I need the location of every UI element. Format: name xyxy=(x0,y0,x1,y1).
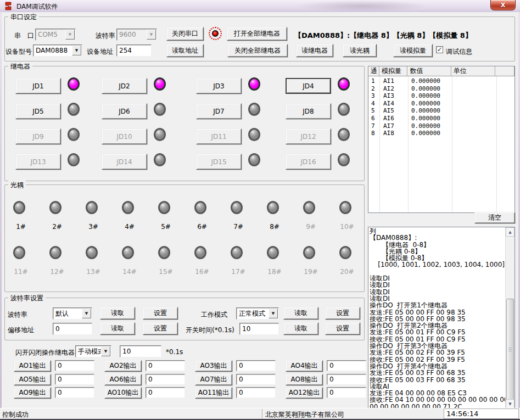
open-all-relays-button[interactable]: 打开全部继电器 xyxy=(227,27,287,41)
read-workmode-button[interactable]: 读取 xyxy=(283,307,318,320)
scroll-up-icon: ▲ xyxy=(508,230,511,234)
close-all-relays-button[interactable]: 关闭全部继电器 xyxy=(227,44,288,57)
relay-led-jd5 xyxy=(68,103,80,116)
ao-output-button-6[interactable]: AO6输出 xyxy=(104,374,142,385)
opto-label-13: 13# xyxy=(80,268,107,276)
ao-value-input-9[interactable]: 0 xyxy=(55,387,94,398)
debug-info-checkbox[interactable]: ✓ xyxy=(436,46,443,53)
ao-output-button-4[interactable]: AO4输出 xyxy=(286,360,323,372)
opto-label-6: 6# xyxy=(188,223,216,231)
switch-time-input[interactable]: 10 xyxy=(239,323,279,335)
close-serial-port-button[interactable]: 关闭串口 xyxy=(166,27,204,41)
read-analog-button[interactable]: 读模拟量 xyxy=(393,44,433,57)
flash-mode-select[interactable]: 手动模式 ▼ xyxy=(75,345,111,357)
work-mode-value: 正常模式 xyxy=(239,309,265,318)
ao-output-button-1[interactable]: AO1输出 xyxy=(14,360,51,372)
ao-output-button-10[interactable]: AO10输出 xyxy=(104,387,142,399)
flash-time-unit-label: *0.1s xyxy=(166,348,183,356)
relay-button-jd7[interactable]: JD7 xyxy=(196,103,242,119)
ao-output-button-12[interactable]: AO12输出 xyxy=(286,387,323,399)
table-row[interactable]: 1AI10.000000 xyxy=(368,77,515,85)
baud-rate-select[interactable]: 9600 ▼ xyxy=(116,29,157,41)
set-offset-button[interactable]: 设置 xyxy=(143,322,178,335)
ao-value-input-10[interactable]: 0 xyxy=(146,387,185,398)
ao-value-input-12[interactable]: 0 xyxy=(327,387,366,398)
table-row[interactable]: 8AI80.000000 xyxy=(368,129,515,137)
work-mode-select[interactable]: 正常模式 ▼ xyxy=(236,307,279,320)
baud-setting-select[interactable]: 默认 ▼ xyxy=(53,307,92,320)
read-relays-button[interactable]: 读继电器 xyxy=(296,44,333,57)
ao-output-button-9[interactable]: AO9输出 xyxy=(14,387,51,399)
relay-button-jd5[interactable]: JD5 xyxy=(15,103,61,119)
ao-output-button-3[interactable]: AO3输出 xyxy=(195,360,232,372)
ao-value-input-6[interactable]: 0 xyxy=(146,374,185,385)
relay-button-jd4[interactable]: JD4 xyxy=(286,78,331,94)
relay-button-jd13[interactable]: JD13 xyxy=(15,154,61,170)
log-scrollbar[interactable]: ▲ ▼ xyxy=(505,227,515,408)
device-model-select[interactable]: DAM0888 ▼ xyxy=(33,44,82,57)
ao-value-input-8[interactable]: 0 xyxy=(327,374,366,385)
log-output-area[interactable]: 列【DAM0888】: 【继电器 0-8】 【光耦 0-8】 【模拟量 0-8】… xyxy=(368,227,515,409)
relay-button-jd3[interactable]: JD3 xyxy=(196,78,242,94)
opto-led-13 xyxy=(86,246,98,259)
opto-group-title: 光耦 xyxy=(8,181,26,190)
relay-button-jd11[interactable]: JD11 xyxy=(196,128,242,144)
relay-button-jd10[interactable]: JD10 xyxy=(102,128,147,144)
read-address-button[interactable]: 读取地址 xyxy=(166,44,204,57)
read-switchtime-button[interactable]: 读取 xyxy=(283,322,318,335)
ao-value-input-5[interactable]: 0 xyxy=(55,374,94,385)
relay-button-jd6[interactable]: JD6 xyxy=(102,103,147,119)
set-switchtime-button[interactable]: 设置 xyxy=(325,322,360,335)
ao-value-input-7[interactable]: 0 xyxy=(236,374,276,385)
analog-table[interactable]: 通模拟量数值单位 1AI10.0000002AI20.0000003AI30.0… xyxy=(368,66,515,213)
ao-output-button-5[interactable]: AO5输出 xyxy=(14,374,51,385)
ao-output-button-7[interactable]: AO7输出 xyxy=(195,374,232,385)
table-row[interactable]: 5AI50.000000 xyxy=(368,107,515,114)
clear-log-button[interactable]: 清空 xyxy=(474,212,515,223)
flash-time-input[interactable]: 10 xyxy=(120,345,161,357)
set-baud-button[interactable]: 设置 xyxy=(143,307,178,320)
baud-setting-label: 波特率 xyxy=(8,310,27,320)
table-row[interactable]: 4AI40.000000 xyxy=(368,99,515,107)
relay-button-jd9[interactable]: JD9 xyxy=(15,128,61,144)
ao-output-button-2[interactable]: AO2输出 xyxy=(104,360,142,372)
opto-label-3: 3# xyxy=(80,223,107,231)
close-button[interactable]: X xyxy=(490,0,516,10)
scroll-up-button[interactable]: ▲ xyxy=(506,227,515,237)
read-opto-button[interactable]: 读光耦 xyxy=(343,44,377,57)
table-row[interactable]: 6AI60.000000 xyxy=(368,114,515,122)
scrollbar-thumb[interactable] xyxy=(506,299,514,400)
ao-value-input-4[interactable]: 0 xyxy=(327,360,366,371)
ao-value-input-1[interactable]: 0 xyxy=(55,360,94,371)
set-workmode-button[interactable]: 设置 xyxy=(325,307,360,320)
read-offset-button[interactable]: 读取 xyxy=(100,322,135,335)
device-address-input[interactable]: 254 xyxy=(116,44,152,57)
ao-output-button-8[interactable]: AO8输出 xyxy=(286,374,323,385)
table-row[interactable]: 7AI70.000000 xyxy=(368,122,515,130)
chevron-down-icon: ▼ xyxy=(82,309,91,318)
relay-button-jd16[interactable]: JD16 xyxy=(286,154,331,170)
relay-button-jd8[interactable]: JD8 xyxy=(286,103,331,119)
opto-label-12: 12# xyxy=(43,268,71,276)
ao-value-input-3[interactable]: 0 xyxy=(236,360,276,371)
relay-led-jd4 xyxy=(338,77,350,91)
table-row[interactable]: 2AI20.000000 xyxy=(368,85,515,92)
com-port-select[interactable]: COM5 ▼ xyxy=(35,29,76,41)
ao-value-input-2[interactable]: 0 xyxy=(146,360,185,371)
ao-value-input-11[interactable]: 0 xyxy=(236,387,276,398)
relay-button-jd15[interactable]: JD15 xyxy=(196,154,242,170)
relay-button-jd14[interactable]: JD14 xyxy=(102,154,147,170)
scroll-down-button[interactable]: ▼ xyxy=(506,399,515,408)
baud-rate-value: 9600 xyxy=(119,31,136,38)
relay-button-jd2[interactable]: JD2 xyxy=(102,78,147,94)
table-row[interactable]: 3AI30.000000 xyxy=(368,92,515,99)
read-baud-button[interactable]: 读取 xyxy=(100,307,135,320)
title-bar[interactable]: DAM调试软件 X xyxy=(0,0,520,12)
ao-output-button-11[interactable]: AO11输出 xyxy=(195,387,232,399)
opto-label-10: 10# xyxy=(333,223,361,231)
analog-table-header: 通模拟量数值单位 xyxy=(368,66,515,76)
offset-address-input[interactable]: 0 xyxy=(53,323,92,335)
relay-button-jd12[interactable]: JD12 xyxy=(286,128,331,144)
offset-address-label: 偏移地址 xyxy=(8,326,34,335)
relay-button-jd1[interactable]: JD1 xyxy=(15,78,61,94)
